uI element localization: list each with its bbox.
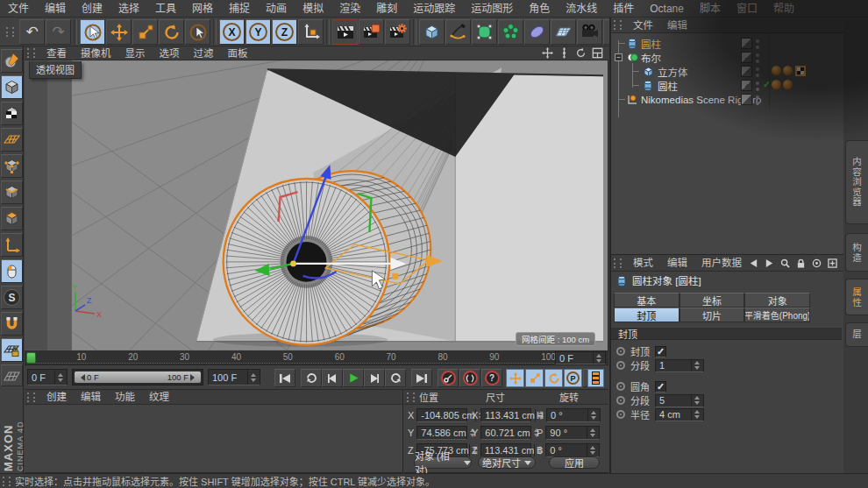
anim-dot-icon[interactable] [616,382,625,391]
anim-dot-icon[interactable] [616,396,625,405]
render-view-button[interactable] [332,19,358,45]
object-row-cylinder-top[interactable]: 圆柱 [611,37,843,50]
viewport-menu-item[interactable]: 过滤 [187,46,221,60]
layer-chip[interactable] [741,52,752,63]
new-panel-icon[interactable] [828,258,837,268]
key-rotation-toggle[interactable] [544,369,563,387]
redo-button[interactable]: ↷ [46,19,71,45]
goto-start-button[interactable] [274,369,295,387]
live-selection-button[interactable] [80,19,105,45]
workplane-grid-button[interactable] [1,364,23,386]
autokey-button[interactable] [459,369,480,387]
timeline-ruler[interactable]: 0102030405060708090100 0 F [25,350,608,365]
frame-spinner[interactable] [593,352,601,364]
goto-prev-key-button[interactable] [301,369,322,387]
menu-item[interactable]: 创建 [74,0,110,18]
target-icon[interactable] [812,258,822,268]
history-back-icon[interactable] [749,258,758,268]
viewport-menu-item[interactable]: 面板 [221,46,255,60]
range-end-handle[interactable]: 100 F [167,372,198,382]
toolbar-grip[interactable] [6,27,14,37]
object-row-cube[interactable]: 立方体 [611,65,843,78]
visibility-dots[interactable] [756,95,759,105]
axis-mode-button[interactable] [1,233,23,257]
add-camera-button[interactable] [577,19,602,45]
menu-item[interactable]: 运动跟踪 [405,0,463,18]
viewport-menu-item[interactable]: 摄像机 [74,46,118,60]
menu-item[interactable]: Octane [642,0,692,18]
tab-basic[interactable]: 基本 [614,293,679,308]
tab-attributes[interactable]: 属性 [845,279,868,315]
object-label[interactable]: 圆柱 [641,37,661,51]
coordinates-grip[interactable] [407,393,415,402]
material-tag[interactable] [783,66,793,75]
fillet-checkbox[interactable]: ✓ [655,381,666,393]
material-tag[interactable] [772,66,781,75]
menu-item[interactable]: 网格 [184,0,221,18]
tab-coordinates[interactable]: 坐标 [679,293,745,308]
menu-item[interactable]: 工具 [147,0,184,18]
rotate-tool-button[interactable] [159,19,184,45]
make-editable-button[interactable] [1,49,23,73]
object-label[interactable]: 圆柱 [658,79,678,93]
next-frame-button[interactable] [364,369,385,387]
viewport-menu-item[interactable]: 选项 [153,46,187,60]
menu-item[interactable]: 流水线 [558,0,605,18]
texture-mode-button[interactable] [1,102,23,125]
goto-end-button[interactable] [411,369,432,387]
view-label[interactable]: 透视视图 [29,61,82,79]
object-manager-grip[interactable] [614,20,622,30]
object-label[interactable]: 布尔 [641,51,661,65]
snap-settings-button[interactable]: S [1,286,23,309]
menu-item[interactable]: 帮助 [765,0,802,18]
menu-item[interactable]: 窗口 [729,0,765,18]
workplane-mode-button[interactable] [1,128,23,152]
menu-item[interactable]: 渲染 [331,0,368,18]
gizmo-origin[interactable] [290,261,296,267]
object-relative-dropdown[interactable]: 对象 (相对) [414,456,472,469]
menu-item[interactable]: 运动图形 [463,0,521,18]
tab-slice[interactable]: 切片 [679,308,745,322]
menu-item[interactable]: 捕捉 [221,0,258,18]
menu-item[interactable]: 动画 [258,0,295,18]
object-manager-menu-item[interactable]: 文件 [626,18,660,32]
add-floor-button[interactable] [551,19,576,45]
tab-layers[interactable]: 层 [845,322,868,347]
material-tag[interactable] [772,80,781,89]
add-cube-button[interactable] [419,19,445,45]
attributes-grip[interactable] [614,258,622,268]
materials-menu-item[interactable]: 编辑 [74,390,108,404]
history-forward-icon[interactable] [765,258,774,268]
polygons-mode-button[interactable] [1,207,23,230]
prev-frame-button[interactable] [322,369,343,387]
object-manager-menu-item[interactable]: 编辑 [660,18,694,32]
undo-button[interactable]: ↶ [19,19,45,45]
model-mode-button[interactable] [1,75,23,99]
menu-item[interactable]: 雕刻 [368,0,405,18]
visibility-dots[interactable] [756,67,759,77]
key-parameter-toggle[interactable]: P [564,369,582,387]
materials-menu-item[interactable]: 纹理 [142,390,176,404]
menu-item[interactable]: 编辑 [37,0,74,18]
add-spline-button[interactable] [445,19,471,45]
search-icon[interactable] [780,258,790,268]
move-tool-button[interactable] [106,19,132,45]
anim-dot-icon[interactable] [616,361,625,370]
viewport-solo-button[interactable] [1,259,23,283]
lock-y-axis-button[interactable]: Y [245,19,271,45]
layer-chip[interactable] [741,66,752,77]
zoom-view-icon[interactable] [559,47,570,59]
lock-icon[interactable] [796,258,806,268]
render-region-button[interactable] [359,19,384,45]
scale-tool-button[interactable] [132,19,158,45]
viewport-menu-item[interactable]: 查看 [39,46,74,60]
visibility-dots[interactable] [756,81,759,91]
object-row-scene-rig[interactable]: Nikomedias Scene Rig Pro [611,93,843,106]
range-start-handle[interactable]: 0 F [77,372,99,382]
key-scale-toggle[interactable] [525,369,544,387]
timeline-playhead[interactable] [26,352,36,364]
enable-snap-button[interactable] [1,312,23,336]
attributes-menu-item[interactable]: 用户数据 [694,256,749,270]
menu-item[interactable]: 文件 [0,0,37,18]
object-row-cylinder-child[interactable]: 圆柱 ✓ [611,79,843,92]
